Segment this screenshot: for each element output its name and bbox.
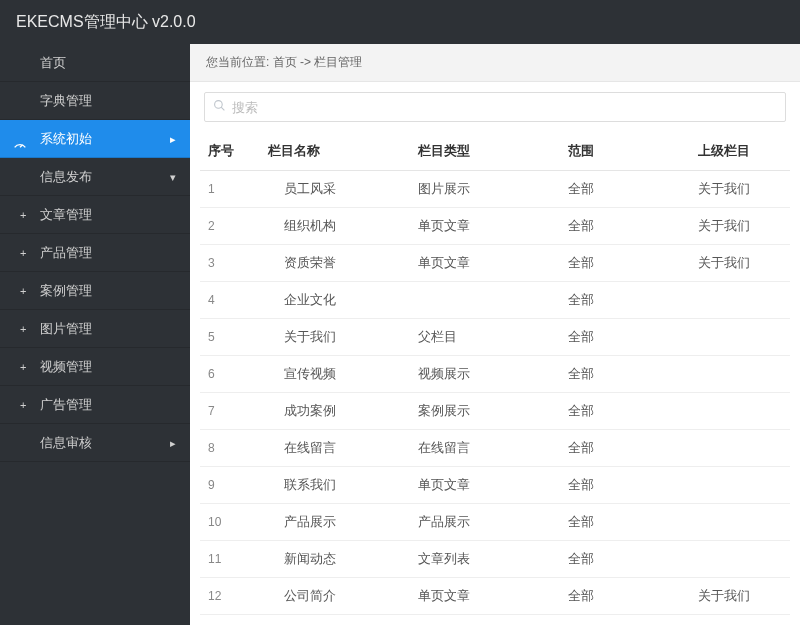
cell-type: 案例展示 xyxy=(410,393,560,430)
sidebar-item-label: 系统初始 xyxy=(40,131,92,146)
table-row[interactable]: 6宣传视频视频展示全部 xyxy=(200,356,790,393)
table-row[interactable]: 8在线留言在线留言全部 xyxy=(200,430,790,467)
breadcrumb-home-link[interactable]: 首页 xyxy=(273,55,297,69)
col-name: 栏目名称 xyxy=(260,132,410,171)
cell-name: 宣传视频 xyxy=(260,356,410,393)
plus-icon: + xyxy=(20,196,26,234)
cell-name: 企业文化 xyxy=(260,282,410,319)
cell-type: 图片展示 xyxy=(410,171,560,208)
main-content: 您当前位置: 首页 -> 栏目管理 序号 栏目名称 栏目类型 范围 上级栏目 xyxy=(190,44,800,625)
col-seq: 序号 xyxy=(200,132,260,171)
cell-parent: 关于我们 xyxy=(690,245,790,282)
cell-parent xyxy=(690,467,790,504)
search-bar[interactable] xyxy=(204,92,786,122)
sidebar-item-label: 视频管理 xyxy=(40,359,92,374)
sidebar-item-label: 首页 xyxy=(40,55,66,70)
sidebar-item-5[interactable]: +产品管理 xyxy=(0,234,190,272)
table-row[interactable]: 1员工风采图片展示全部关于我们 xyxy=(200,171,790,208)
cell-seq: 9 xyxy=(200,467,260,504)
cell-seq: 12 xyxy=(200,578,260,615)
cell-scope: 全部 xyxy=(560,578,690,615)
cell-scope: 全部 xyxy=(560,208,690,245)
cell-name: 组织机构 xyxy=(260,208,410,245)
cell-name: 产品展示 xyxy=(260,504,410,541)
sidebar-item-label: 信息发布 xyxy=(40,169,92,184)
table-row[interactable]: 2组织机构单页文章全部关于我们 xyxy=(200,208,790,245)
cell-name: 关于我们 xyxy=(260,319,410,356)
category-table: 序号 栏目名称 栏目类型 范围 上级栏目 1员工风采图片展示全部关于我们2组织机… xyxy=(200,132,790,615)
sidebar-item-7[interactable]: +图片管理 xyxy=(0,310,190,348)
sidebar-item-6[interactable]: +案例管理 xyxy=(0,272,190,310)
cell-seq: 10 xyxy=(200,504,260,541)
sidebar-item-label: 字典管理 xyxy=(40,93,92,108)
cell-type: 单页文章 xyxy=(410,578,560,615)
expand-icon: ▸ xyxy=(170,424,176,462)
cell-scope: 全部 xyxy=(560,467,690,504)
expand-icon: ▸ xyxy=(170,120,176,158)
cell-parent xyxy=(690,393,790,430)
sidebar-item-1[interactable]: 字典管理 xyxy=(0,82,190,120)
cell-parent xyxy=(690,356,790,393)
cell-type: 视频展示 xyxy=(410,356,560,393)
cell-scope: 全部 xyxy=(560,245,690,282)
cell-scope: 全部 xyxy=(560,356,690,393)
cell-scope: 全部 xyxy=(560,504,690,541)
cell-name: 资质荣誉 xyxy=(260,245,410,282)
cell-seq: 2 xyxy=(200,208,260,245)
cell-parent xyxy=(690,282,790,319)
breadcrumb-current: 栏目管理 xyxy=(314,55,362,69)
cell-type: 父栏目 xyxy=(410,319,560,356)
cell-name: 在线留言 xyxy=(260,430,410,467)
table-row[interactable]: 7成功案例案例展示全部 xyxy=(200,393,790,430)
sidebar-item-label: 信息审核 xyxy=(40,435,92,450)
table-row[interactable]: 3资质荣誉单页文章全部关于我们 xyxy=(200,245,790,282)
app-header: EKECMS管理中心 v2.0.0 xyxy=(0,0,800,44)
table-row[interactable]: 11新闻动态文章列表全部 xyxy=(200,541,790,578)
table-row[interactable]: 12公司简介单页文章全部关于我们 xyxy=(200,578,790,615)
cell-scope: 全部 xyxy=(560,430,690,467)
sidebar-item-2[interactable]: 系统初始▸ xyxy=(0,120,190,158)
search-input[interactable] xyxy=(232,100,777,115)
cell-parent xyxy=(690,541,790,578)
cell-type: 单页文章 xyxy=(410,467,560,504)
cell-name: 成功案例 xyxy=(260,393,410,430)
table-row[interactable]: 9联系我们单页文章全部 xyxy=(200,467,790,504)
svg-point-1 xyxy=(215,101,223,109)
app-title: EKECMS管理中心 v2.0.0 xyxy=(16,13,196,30)
cell-type: 文章列表 xyxy=(410,541,560,578)
sidebar-item-0[interactable]: 首页 xyxy=(0,44,190,82)
sidebar-item-8[interactable]: +视频管理 xyxy=(0,348,190,386)
cell-seq: 7 xyxy=(200,393,260,430)
table-row[interactable]: 10产品展示产品展示全部 xyxy=(200,504,790,541)
cell-seq: 11 xyxy=(200,541,260,578)
sidebar-item-label: 产品管理 xyxy=(40,245,92,260)
col-type: 栏目类型 xyxy=(410,132,560,171)
sidebar-item-10[interactable]: 信息审核▸ xyxy=(0,424,190,462)
sidebar-item-9[interactable]: +广告管理 xyxy=(0,386,190,424)
cell-seq: 1 xyxy=(200,171,260,208)
dashboard-icon xyxy=(12,131,28,147)
table-row[interactable]: 5关于我们父栏目全部 xyxy=(200,319,790,356)
sidebar-item-label: 图片管理 xyxy=(40,321,92,336)
cell-parent xyxy=(690,430,790,467)
table-row[interactable]: 4企业文化全部 xyxy=(200,282,790,319)
cell-parent xyxy=(690,504,790,541)
cell-parent: 关于我们 xyxy=(690,171,790,208)
cell-scope: 全部 xyxy=(560,319,690,356)
cell-name: 新闻动态 xyxy=(260,541,410,578)
plus-icon: + xyxy=(20,386,26,424)
cell-type xyxy=(410,282,560,319)
cell-seq: 8 xyxy=(200,430,260,467)
sidebar-item-4[interactable]: +文章管理 xyxy=(0,196,190,234)
plus-icon: + xyxy=(20,234,26,272)
sidebar-item-label: 案例管理 xyxy=(40,283,92,298)
cell-parent xyxy=(690,319,790,356)
cell-scope: 全部 xyxy=(560,171,690,208)
cell-scope: 全部 xyxy=(560,393,690,430)
cell-seq: 6 xyxy=(200,356,260,393)
col-scope: 范围 xyxy=(560,132,690,171)
cell-scope: 全部 xyxy=(560,282,690,319)
col-parent: 上级栏目 xyxy=(690,132,790,171)
sidebar-item-3[interactable]: 信息发布▾ xyxy=(0,158,190,196)
search-icon xyxy=(213,99,226,115)
